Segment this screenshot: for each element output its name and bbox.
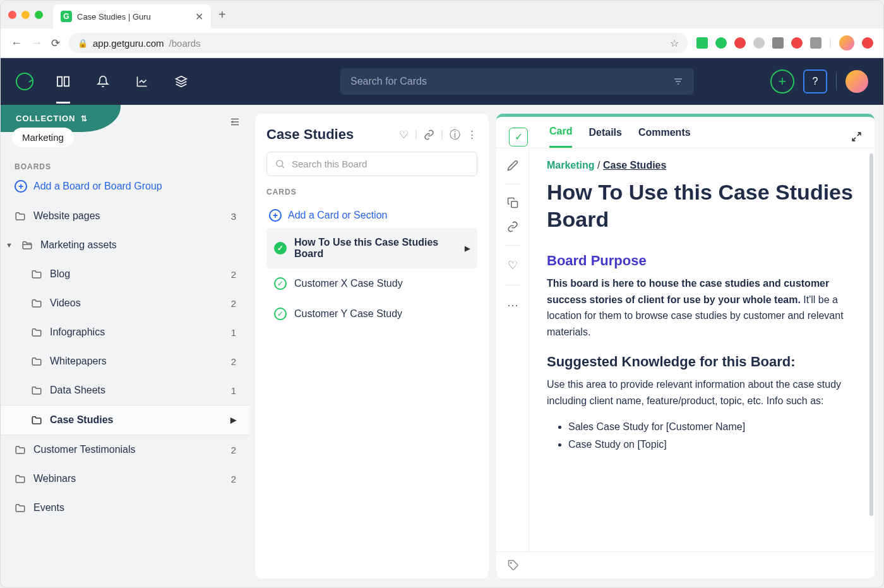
new-tab-button[interactable]: +	[218, 8, 226, 22]
copy-icon[interactable]	[507, 197, 518, 208]
sidebar-item-webinars[interactable]: Webinars 2	[1, 464, 250, 493]
check-circle-icon: ✓	[274, 308, 287, 320]
sidebar-item-events[interactable]: Events	[1, 493, 250, 522]
section-body: This board is here to house the case stu…	[547, 275, 857, 340]
window-close[interactable]	[8, 11, 16, 19]
breadcrumb-collection[interactable]: Marketing	[547, 160, 595, 171]
folder-icon	[15, 211, 26, 221]
heart-icon[interactable]: ♡	[508, 258, 518, 272]
bell-icon[interactable]	[97, 75, 109, 88]
window-minimize[interactable]	[21, 11, 30, 19]
tab-comments[interactable]: Comments	[638, 127, 691, 147]
card-item-customer-x[interactable]: ✓ Customer X Case Study	[266, 268, 477, 299]
scrollbar[interactable]	[869, 148, 873, 551]
extension-icon[interactable]	[791, 37, 803, 49]
bookmark-star-icon[interactable]: ☆	[670, 37, 679, 49]
filter-icon[interactable]	[672, 76, 684, 87]
sidebar-item-label: Website pages	[33, 210, 100, 222]
sidebar-item-count: 1	[231, 327, 236, 338]
cards-label: CARDS	[266, 188, 477, 196]
board-title: Case Studies	[266, 126, 354, 143]
sidebar-item-label: Customer Testimonials	[33, 444, 136, 455]
library-icon[interactable]	[56, 75, 70, 104]
sidebar-item-videos[interactable]: Videos 2	[1, 289, 250, 318]
verify-check-icon[interactable]: ✓	[509, 128, 528, 147]
user-avatar[interactable]	[845, 70, 868, 93]
browser-profile-avatar[interactable]	[839, 35, 854, 51]
sidebar-item-data-sheets[interactable]: Data Sheets 1	[1, 376, 250, 405]
extension-icon[interactable]	[862, 37, 873, 49]
sidebar-item-infographics[interactable]: Infographics 1	[1, 318, 250, 347]
list-item: Case Study on [Topic]	[568, 436, 857, 454]
url-domain: app.getguru.com	[93, 38, 164, 49]
sidebar-item-count: 3	[231, 211, 236, 222]
add-board-link[interactable]: + Add a Board or Board Group	[1, 175, 250, 201]
sidebar-item-case-studies[interactable]: Case Studies ▶	[1, 405, 250, 435]
expand-icon[interactable]	[851, 131, 862, 142]
sidebar-item-label: Blog	[50, 268, 70, 280]
sidebar-item-website-pages[interactable]: Website pages 3	[1, 201, 250, 231]
extension-icon[interactable]	[696, 37, 708, 49]
help-button[interactable]: ?	[803, 69, 827, 93]
analytics-icon[interactable]	[136, 75, 148, 88]
svg-line-8	[282, 165, 284, 168]
add-button[interactable]: +	[770, 69, 794, 93]
edit-icon[interactable]	[507, 160, 518, 171]
tab-details[interactable]: Details	[588, 127, 621, 147]
sidebar-collapse-icon[interactable]	[229, 116, 241, 128]
caret-down-icon: ▼	[6, 241, 13, 249]
app-header: Search for Cards + ?	[1, 58, 883, 105]
sidebar-item-marketing-assets[interactable]: ▼ Marketing assets	[1, 231, 250, 260]
card-footer	[496, 551, 875, 579]
info-icon[interactable]: ⓘ	[450, 128, 460, 142]
card-item-customer-y[interactable]: ✓ Customer Y Case Study	[266, 299, 477, 329]
sidebar-item-whitepapers[interactable]: Whitepapers 2	[1, 347, 250, 376]
card-item-label: How To Use this Case Studies Board	[294, 237, 457, 260]
folder-icon	[15, 445, 26, 455]
section-heading: Board Purpose	[547, 253, 857, 269]
extension-icon[interactable]	[772, 37, 784, 49]
extension-icon[interactable]	[715, 37, 727, 49]
collection-name-chip[interactable]: Marketing	[12, 128, 74, 147]
tab-close-icon[interactable]: ✕	[195, 11, 203, 23]
forward-button[interactable]: →	[31, 37, 42, 50]
svg-rect-9	[511, 201, 517, 208]
more-icon[interactable]: ⋮	[467, 128, 477, 141]
card-item-label: Customer X Case Study	[294, 278, 403, 289]
board-panel: Case Studies ♡ | | ⓘ ⋮ Search this Board…	[255, 114, 489, 579]
extension-icon[interactable]	[753, 37, 765, 49]
board-search-input[interactable]: Search this Board	[266, 152, 477, 176]
link-icon[interactable]	[424, 129, 434, 140]
breadcrumb-board[interactable]: Case Studies	[603, 160, 666, 171]
extension-icon[interactable]	[810, 37, 821, 49]
folder-icon	[31, 385, 42, 395]
window-maximize[interactable]	[35, 11, 43, 19]
sidebar-item-label: Infographics	[50, 327, 105, 338]
more-icon[interactable]: ⋯	[507, 298, 518, 312]
sidebar-item-count: 1	[231, 385, 236, 396]
folder-icon	[31, 415, 42, 425]
card-title: How To Use this Case Studies Board	[547, 179, 857, 232]
extension-icon[interactable]	[734, 37, 746, 49]
tab-card[interactable]: Card	[549, 126, 572, 148]
url-bar[interactable]: 🔒 app.getguru.com/boards ☆	[69, 33, 688, 53]
browser-tab[interactable]: G Case Studies | Guru ✕	[53, 4, 211, 28]
card-item-how-to[interactable]: ✓ How To Use this Case Studies Board ▶	[266, 228, 477, 268]
search-input[interactable]: Search for Cards	[340, 68, 694, 95]
tag-icon[interactable]	[508, 560, 863, 571]
add-card-link[interactable]: + Add a Card or Section	[266, 203, 477, 228]
folder-icon	[31, 327, 42, 337]
boards-label: BOARDS	[1, 147, 250, 175]
sidebar-item-testimonials[interactable]: Customer Testimonials 2	[1, 435, 250, 464]
heart-icon[interactable]: ♡	[399, 128, 409, 141]
layers-icon[interactable]	[175, 75, 188, 88]
back-button[interactable]: ←	[11, 37, 22, 50]
collection-label: COLLECTION	[16, 114, 76, 123]
folder-icon	[15, 474, 26, 484]
reload-button[interactable]: ⟳	[51, 37, 60, 50]
guru-logo[interactable]	[16, 73, 33, 90]
sidebar-item-blog[interactable]: Blog 2	[1, 260, 250, 289]
link-icon[interactable]	[507, 221, 518, 232]
folder-icon	[31, 269, 42, 279]
sidebar-item-count: 2	[231, 269, 236, 280]
